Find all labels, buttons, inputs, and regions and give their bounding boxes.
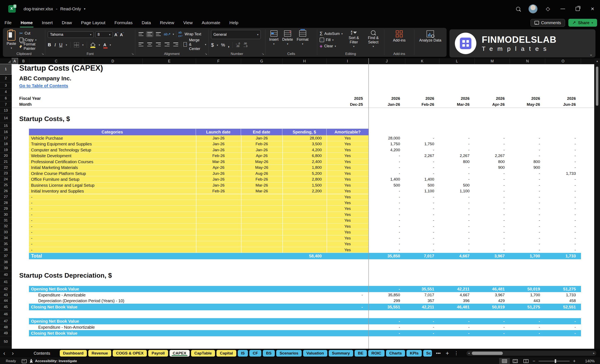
cell-amortizable[interactable]: Yes [327,165,368,170]
row-header-35[interactable]: 35 [0,241,12,247]
depreciation-value[interactable]: - [365,318,400,324]
cell-monthly-value[interactable]: 1,400 [365,176,400,182]
cell-spending[interactable]: 2,200 [287,188,322,194]
depreciation-value[interactable]: - [365,324,400,330]
cell-launch-date[interactable]: Apr-26 [196,165,241,170]
depreciation-value[interactable]: 1,700 [505,292,540,298]
sheet-tab-summary[interactable]: Summary [329,350,353,356]
cell-monthly-value[interactable]: - [434,224,469,229]
section-title-depreciation[interactable]: Startup Costs Depreciation, $ [19,271,247,280]
scroll-right-arrow-icon[interactable]: ▸ [593,351,595,355]
horizontal-scrollbar[interactable]: ◂ ▸ [467,351,596,356]
cell-launch-date[interactable]: Feb-26 [196,188,241,194]
zoom-in-button[interactable]: + [572,358,577,364]
cell-launch-date[interactable]: Jan-26 [196,176,241,182]
cell-monthly-value[interactable]: - [505,141,540,147]
page-break-view-button[interactable] [521,358,531,364]
cell-monthly-value[interactable]: - [434,176,469,182]
depreciation-value[interactable]: 396 [434,298,469,304]
fiscal-year-value[interactable]: 2025 [328,96,363,101]
cell-amortizable[interactable]: Yes [327,247,368,253]
row-header-37[interactable]: 37 [0,253,12,259]
insert-cells-button[interactable]: Insert▾ [268,30,280,46]
cell-monthly-value[interactable]: - [469,147,505,153]
cell-monthly-value[interactable]: - [505,171,540,176]
month-value[interactable]: Jun-26 [541,102,576,107]
vertical-scrollbar-thumb[interactable] [596,66,598,106]
cell-monthly-value[interactable]: - [505,188,540,194]
cell-monthly-value[interactable]: - [399,224,434,229]
depreciation-value[interactable]: 42,211 [434,286,469,292]
cell-amortizable[interactable]: Yes [327,194,368,200]
cell-monthly-value[interactable]: - [541,206,576,211]
depreciation-value[interactable]: 4,667 [434,292,469,298]
fiscal-year-value[interactable]: 2026 [365,96,400,101]
cell-monthly-value[interactable]: - [434,206,469,211]
cell-monthly-value[interactable]: - [505,194,540,200]
row-header-40[interactable]: 40 [0,271,12,278]
bold-button[interactable]: B [48,42,51,47]
cell-monthly-value[interactable]: - [399,235,434,241]
cell-monthly-value[interactable]: - [434,247,469,253]
column-header-O[interactable]: O [545,58,581,64]
row-header-49[interactable]: 49 [0,330,12,336]
format-painter-button[interactable]: Format Painter [19,44,43,49]
analyze-data-button[interactable]: Analyze Data [418,30,442,43]
cell-monthly-value[interactable]: - [469,247,505,253]
align-bottom-button[interactable] [155,31,162,37]
row-header-47[interactable]: 47 [0,318,12,324]
depreciation-value[interactable]: 1,733 [541,292,576,298]
row-header-39[interactable]: 39 [0,265,12,271]
cell-spending[interactable]: 1,500 [287,182,322,188]
cell-monthly-value[interactable]: - [541,188,576,194]
align-left-button[interactable] [138,42,144,47]
menu-tab-formulas[interactable]: Formulas [110,18,137,28]
row-header-16[interactable]: 16 [0,129,12,135]
title-chevron-down-icon[interactable]: ▾ [84,7,86,11]
depreciation-value[interactable]: - [469,330,505,336]
cell-monthly-value[interactable]: 1,100 [399,188,434,194]
cell-monthly-value[interactable]: - [399,200,434,206]
cell-monthly-value[interactable]: - [469,141,505,147]
cell-monthly-value[interactable]: - [365,247,400,253]
cell-launch-date[interactable]: Jun-26 [196,171,241,176]
month-value[interactable]: Jan-26 [365,102,400,107]
row-header-36[interactable]: 36 [0,247,12,253]
cell-end-date[interactable]: Mar-26 [241,182,282,188]
row-header-33[interactable]: 33 [0,229,12,235]
row-header-38[interactable]: 38 [0,259,12,265]
depreciation-value[interactable]: 429 [469,298,505,304]
zoom-slider[interactable] [539,361,570,361]
row-header-6[interactable]: 6 [0,95,12,101]
copy-button[interactable]: Copy▾ [19,37,43,43]
cell-monthly-value[interactable]: - [541,141,576,147]
premium-button[interactable]: ◇ [540,0,555,18]
row-header-41[interactable]: 41 [0,278,12,286]
align-center-button[interactable] [146,42,153,47]
collapse-ribbon-chevron-icon[interactable]: ⌄ [590,52,592,57]
cell-amortizable[interactable]: Yes [327,200,368,206]
cell-end-date[interactable]: Apr-26 [241,153,282,159]
column-header-A[interactable]: A [12,58,18,64]
cell-amortizable[interactable]: Yes [327,176,368,182]
cell-monthly-value[interactable]: - [434,165,469,170]
depreciation-value[interactable]: - [328,304,363,310]
cell-monthly-value[interactable]: - [505,153,540,159]
cell-monthly-value[interactable]: - [541,182,576,188]
cell-category[interactable]: Business License and Legal Setup [31,182,194,188]
normal-view-button[interactable] [499,358,510,364]
depreciation-value[interactable]: - [434,330,469,336]
restore-button[interactable] [570,0,585,18]
depreciation-value[interactable]: 7,017 [399,292,434,298]
row-header-45[interactable]: 45 [0,304,12,310]
cell-category[interactable]: Office Furniture and Setup [31,176,194,182]
total-monthly-value[interactable]: 3,967 [469,253,505,259]
cell-monthly-value[interactable]: - [541,235,576,241]
cell-end-date[interactable]: May-26 [241,159,282,165]
row-header-14[interactable]: 14 [0,114,12,123]
cell-monthly-value[interactable]: 800 [469,159,505,165]
row-header-48[interactable]: 48 [0,324,12,330]
cell-monthly-value[interactable]: - [399,159,434,165]
menu-tab-automate[interactable]: Automate [197,18,225,28]
borders-button[interactable] [74,42,79,47]
